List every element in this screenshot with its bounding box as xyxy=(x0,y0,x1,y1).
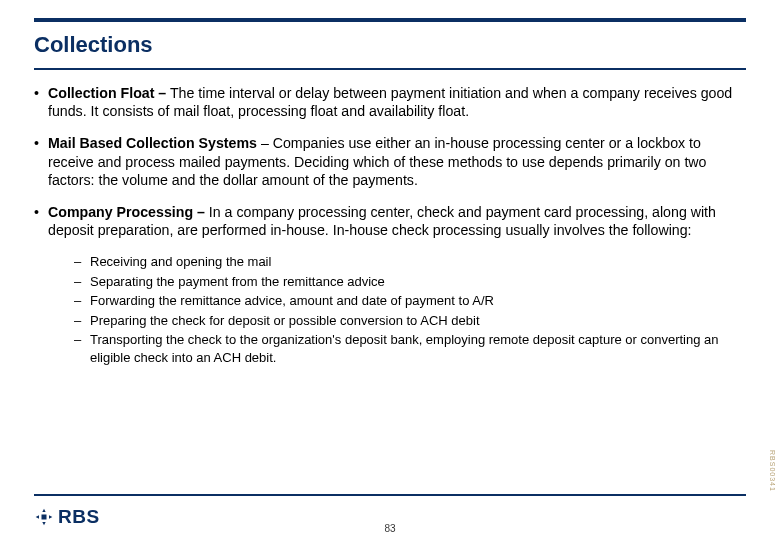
bullet-marker: • xyxy=(34,84,48,120)
sub-item: – Forwarding the remittance advice, amou… xyxy=(74,292,746,310)
dash-marker: – xyxy=(74,331,90,366)
dash-marker: – xyxy=(74,312,90,330)
svg-rect-4 xyxy=(42,515,47,520)
bullet-item: • Company Processing – In a company proc… xyxy=(34,203,746,239)
dash-marker: – xyxy=(74,273,90,291)
page-number: 83 xyxy=(0,523,780,534)
page-title: Collections xyxy=(34,32,746,58)
svg-marker-0 xyxy=(42,509,45,512)
dash-marker: – xyxy=(74,253,90,271)
bullet-body: Collection Float – The time interval or … xyxy=(48,84,746,120)
sub-item: – Receiving and opening the mail xyxy=(74,253,746,271)
bullet-label: Mail Based Collection Systems xyxy=(48,135,257,151)
sub-text: Preparing the check for deposit or possi… xyxy=(90,312,746,330)
sub-text: Receiving and opening the mail xyxy=(90,253,746,271)
bullet-marker: • xyxy=(34,203,48,239)
bullet-marker: • xyxy=(34,134,48,189)
side-reference-code: RBS00341 xyxy=(769,450,776,492)
bullet-body: Company Processing – In a company proces… xyxy=(48,203,746,239)
sub-text: Transporting the check to the organizati… xyxy=(90,331,746,366)
sub-text: Separating the payment from the remittan… xyxy=(90,273,746,291)
bullet-item: • Collection Float – The time interval o… xyxy=(34,84,746,120)
top-rule xyxy=(34,18,746,22)
bullet-label: Collection Float – xyxy=(48,85,166,101)
svg-marker-2 xyxy=(36,515,39,518)
sub-text: Forwarding the remittance advice, amount… xyxy=(90,292,746,310)
sub-item: – Separating the payment from the remitt… xyxy=(74,273,746,291)
sub-list: – Receiving and opening the mail – Separ… xyxy=(74,253,746,366)
dash-marker: – xyxy=(74,292,90,310)
title-rule xyxy=(34,68,746,70)
content-area: • Collection Float – The time interval o… xyxy=(34,84,746,366)
bullet-label: Company Processing – xyxy=(48,204,205,220)
svg-marker-3 xyxy=(49,515,52,518)
footer-rule xyxy=(34,494,746,496)
bullet-body: Mail Based Collection Systems – Companie… xyxy=(48,134,746,189)
slide-page: Collections • Collection Float – The tim… xyxy=(0,0,780,540)
sub-item: – Transporting the check to the organiza… xyxy=(74,331,746,366)
bullet-item: • Mail Based Collection Systems – Compan… xyxy=(34,134,746,189)
sub-item: – Preparing the check for deposit or pos… xyxy=(74,312,746,330)
